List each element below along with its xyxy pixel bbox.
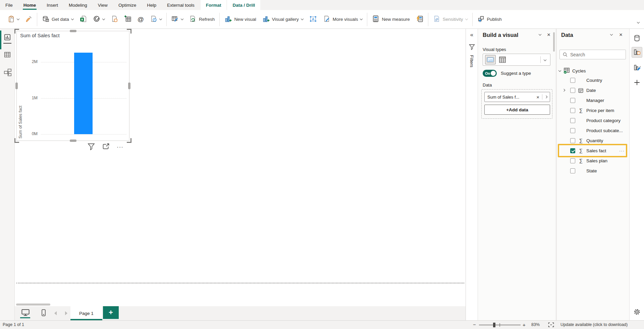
text-box-button[interactable]: A (306, 12, 320, 26)
new-measure-button[interactable]: New measure (369, 12, 413, 26)
quick-measure-button[interactable] (413, 12, 426, 26)
menu-data-drill[interactable]: Data / Drill (227, 0, 260, 10)
field-checkbox[interactable] (570, 98, 575, 103)
menu-help[interactable]: Help (142, 0, 162, 10)
field-row-product-category[interactable]: Product category (557, 115, 629, 125)
menu-file[interactable]: File (0, 0, 18, 10)
collapse-data-pane-icon[interactable] (610, 33, 613, 36)
field-checkbox[interactable] (570, 138, 575, 143)
resize-handle-top[interactable] (70, 30, 76, 32)
field-search-box[interactable] (559, 50, 626, 59)
page-tab-page-1[interactable]: Page 1 (70, 306, 102, 320)
get-data-button[interactable]: Get data (39, 12, 76, 26)
fit-to-page-button[interactable] (548, 322, 554, 328)
visual-filters-icon[interactable] (87, 143, 95, 152)
field-checkbox[interactable] (570, 78, 575, 83)
search-input[interactable] (570, 52, 617, 57)
table-visual-type-button[interactable] (498, 56, 506, 64)
build-pane-scrollbar[interactable] (553, 32, 555, 52)
menu-external-tools[interactable]: External tools (162, 0, 200, 10)
collapse-ribbon-icon[interactable] (637, 21, 640, 23)
field-row-state[interactable]: State (557, 166, 629, 176)
data-pane-switch-button[interactable] (632, 33, 642, 44)
field-checkbox[interactable] (570, 168, 575, 173)
field-row-sales-plan[interactable]: ∑ Sales plan (557, 156, 629, 166)
field-checkbox[interactable] (570, 158, 575, 163)
menu-view[interactable]: View (93, 0, 113, 10)
build-pane-switch-button[interactable] (632, 47, 642, 58)
expand-visual-types-icon[interactable] (544, 58, 546, 61)
recent-sources-button[interactable] (147, 12, 165, 26)
collapse-build-pane-icon[interactable] (539, 33, 541, 36)
dataverse-button[interactable]: @ (135, 12, 147, 26)
publish-button[interactable]: Publish (474, 12, 505, 26)
canvas-horizontal-scrollbar[interactable] (16, 304, 50, 306)
field-checkbox-checked[interactable] (570, 148, 575, 153)
resize-handle-bottom[interactable] (70, 140, 76, 142)
paste-button[interactable] (5, 12, 22, 26)
menu-format[interactable]: Format (201, 0, 227, 10)
field-checkbox[interactable] (570, 128, 575, 133)
zoom-in-button[interactable]: + (523, 322, 526, 328)
field-checkbox[interactable] (570, 118, 575, 123)
table-node-cycles[interactable]: Cycles (559, 66, 586, 75)
new-visual-button[interactable]: New visual (221, 12, 259, 26)
transform-data-button[interactable] (168, 12, 186, 26)
onelake-data-hub-button[interactable] (90, 12, 108, 26)
expand-date-chevron-icon[interactable] (562, 89, 565, 92)
zoom-level-value[interactable]: 83% (531, 322, 540, 327)
previous-page-arrow[interactable] (54, 311, 57, 315)
field-row-price-per-item[interactable]: ∑ Price per item (557, 105, 629, 115)
bar-chart-visual[interactable]: Sum of Sales fact Sum of Sales fact 2M 1… (16, 31, 129, 141)
add-data-button[interactable]: +Add data (484, 105, 550, 115)
visual-gallery-button[interactable]: Visual gallery (259, 12, 306, 26)
field-row-sales-fact[interactable]: ∑ Sales fact ··· (557, 146, 629, 156)
close-data-pane-icon[interactable]: × (619, 32, 623, 38)
menu-modeling[interactable]: Modeling (63, 0, 93, 10)
new-page-button[interactable]: + (103, 306, 119, 319)
next-page-arrow[interactable] (65, 311, 67, 315)
bar-sum-of-sales-fact[interactable] (74, 53, 93, 134)
field-more-options-icon[interactable]: ··· (619, 148, 625, 153)
field-checkbox[interactable] (570, 88, 575, 93)
zoom-slider-handle[interactable] (493, 323, 495, 327)
filters-pane-label[interactable]: Filters (469, 55, 474, 67)
field-row-manager[interactable]: Manager (557, 95, 629, 105)
format-painter-button[interactable] (22, 12, 35, 26)
menu-optimize[interactable]: Optimize (113, 0, 142, 10)
resize-handle-bottom-right[interactable] (127, 138, 131, 143)
mobile-layout-button[interactable] (40, 309, 47, 318)
enter-data-button[interactable] (121, 12, 135, 26)
update-available-link[interactable]: Update available (click to download) (560, 322, 628, 327)
resize-handle-left[interactable] (15, 83, 18, 89)
field-row-date[interactable]: Date (557, 85, 629, 95)
remove-field-icon[interactable]: × (536, 94, 539, 100)
field-row-country[interactable]: Country (557, 75, 629, 85)
menu-insert[interactable]: Insert (41, 0, 63, 10)
focus-mode-icon[interactable] (102, 143, 110, 152)
close-build-pane-icon[interactable]: × (547, 32, 550, 38)
more-visuals-button[interactable]: More visuals (320, 12, 366, 26)
expand-filters-icon[interactable]: « (466, 32, 478, 38)
menu-home[interactable]: Home (18, 0, 42, 10)
suggest-type-toggle[interactable]: On (483, 70, 497, 77)
format-pane-switch-button[interactable] (632, 62, 642, 73)
card-visual-type-button[interactable]: 123 (485, 55, 496, 64)
resize-handle-right[interactable] (128, 83, 130, 89)
add-pane-button[interactable] (632, 77, 642, 88)
visual-options-icon[interactable]: ··· (117, 144, 123, 151)
resize-handle-top-right[interactable] (127, 29, 131, 34)
refresh-button[interactable]: Refresh (186, 12, 218, 26)
field-options-chevron-icon[interactable] (545, 96, 547, 98)
report-canvas[interactable]: Sum of Sales fact Sum of Sales fact 2M 1… (15, 29, 466, 306)
excel-workbook-button[interactable] (76, 12, 90, 26)
field-checkbox[interactable] (570, 108, 575, 113)
field-row-quantity[interactable]: ∑ Quantity (557, 135, 629, 146)
field-pill-sum-of-sales-fact[interactable]: Sum of Sales f... × (484, 92, 550, 102)
table-view-button[interactable] (4, 51, 11, 58)
sql-server-button[interactable] (108, 12, 121, 26)
resize-handle-bottom-left[interactable] (14, 138, 19, 143)
settings-gear-button[interactable] (633, 308, 641, 317)
desktop-layout-button[interactable] (21, 309, 30, 318)
report-view-button[interactable] (4, 34, 11, 41)
